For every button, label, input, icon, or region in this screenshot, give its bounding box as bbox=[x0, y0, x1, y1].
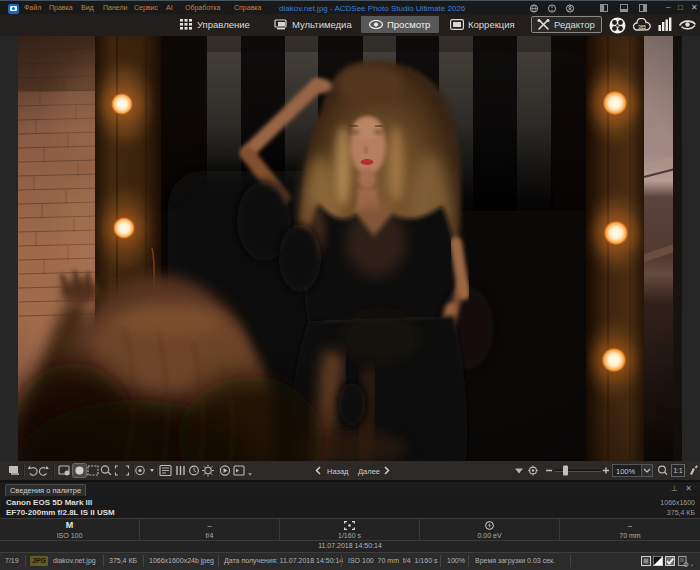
svg-text:100%: 100% bbox=[616, 467, 636, 476]
svg-text:Далее: Далее bbox=[358, 467, 380, 476]
svg-text:Назад: Назад bbox=[327, 467, 349, 476]
svg-text:1:1: 1:1 bbox=[674, 467, 683, 474]
svg-text:365: 365 bbox=[638, 25, 646, 30]
